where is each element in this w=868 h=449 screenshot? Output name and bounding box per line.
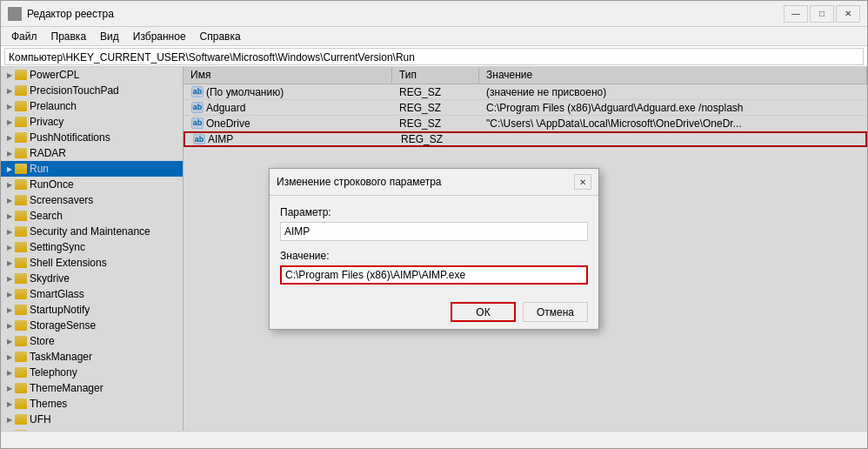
edit-string-dialog: Изменение строкового параметра ✕ Парамет…	[269, 168, 599, 330]
address-input[interactable]: Компьютер\HKEY_CURRENT_USER\Software\Mic…	[4, 48, 864, 65]
status-bar	[1, 431, 867, 448]
dialog-close-button[interactable]: ✕	[574, 174, 591, 190]
menu-view[interactable]: Вид	[93, 29, 126, 44]
address-bar: Компьютер\HKEY_CURRENT_USER\Software\Mic…	[1, 46, 867, 67]
menu-favorites[interactable]: Избранное	[126, 29, 193, 44]
param-input[interactable]	[280, 222, 588, 241]
main-content: ▶ PowerCPL ▶ PrecisionTouchPad ▶ Prelaun…	[1, 67, 867, 431]
minimize-button[interactable]: —	[784, 5, 808, 23]
ok-button[interactable]: ОК	[451, 302, 516, 322]
title-bar: Редактор реестра — □ ✕	[1, 1, 867, 27]
app-icon	[8, 7, 22, 21]
value-label: Значение:	[280, 250, 588, 262]
menu-help[interactable]: Справка	[193, 29, 248, 44]
dialog-title: Изменение строкового параметра	[277, 176, 442, 188]
menu-edit[interactable]: Правка	[44, 29, 94, 44]
menu-file[interactable]: Файл	[4, 29, 44, 44]
main-window: Редактор реестра — □ ✕ Файл Правка Вид И…	[0, 0, 868, 449]
cancel-button[interactable]: Отмена	[523, 302, 588, 322]
dialog-body: Параметр: Значение: ОК Отмена	[270, 196, 598, 329]
menu-bar: Файл Правка Вид Избранное Справка	[1, 27, 867, 46]
close-button[interactable]: ✕	[836, 5, 860, 23]
value-input[interactable]	[280, 265, 588, 285]
param-label: Параметр:	[280, 206, 588, 218]
maximize-button[interactable]: □	[810, 5, 834, 23]
dialog-buttons: ОК Отмена	[280, 302, 588, 322]
window-title: Редактор реестра	[27, 8, 784, 20]
dialog-titlebar: Изменение строкового параметра ✕	[270, 169, 598, 196]
title-bar-buttons: — □ ✕	[784, 5, 860, 23]
modal-overlay: Изменение строкового параметра ✕ Парамет…	[1, 67, 867, 431]
